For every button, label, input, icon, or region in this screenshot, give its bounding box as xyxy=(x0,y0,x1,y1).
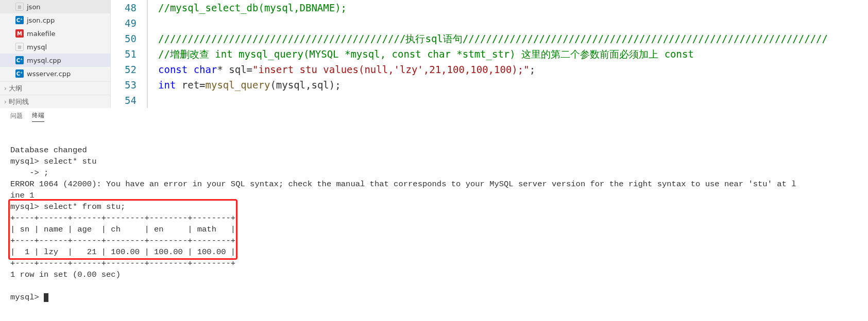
file-label: wsserver.cpp xyxy=(27,70,71,78)
code-token: char xyxy=(188,64,217,75)
code-token: "insert stu values(null,'lzy',21,100,100… xyxy=(252,64,530,75)
make-file-icon: M xyxy=(15,29,24,38)
json-file-icon: ≡ xyxy=(15,3,24,11)
tab-problems[interactable]: 问题 xyxy=(10,112,23,122)
timeline-label: 时间线 xyxy=(9,97,29,106)
terminal-line: | sn | name | age | ch | en | math | xyxy=(10,225,235,234)
terminal[interactable]: Database changed mysql> select* stu -> ;… xyxy=(0,125,868,321)
code-content[interactable]: //mysql_select_db(mysql,DBNAME); ///////… xyxy=(147,0,868,108)
file-item-json-cpp[interactable]: C⁺json.cpp xyxy=(0,13,110,27)
code-token: //mysql_select_db(mysql,DBNAME); xyxy=(158,2,347,13)
file-label: mysql xyxy=(27,43,47,51)
code-token: (mysql,sql); xyxy=(270,79,341,91)
terminal-cursor xyxy=(44,293,48,302)
terminal-line: Database changed xyxy=(10,146,87,155)
code-token: mysql_query xyxy=(206,79,270,91)
chevron-right-icon: › xyxy=(4,85,7,92)
cpp-file-icon: C⁺ xyxy=(15,16,24,24)
line-number: 53 xyxy=(111,77,137,93)
code-editor[interactable]: 48495051525354 //mysql_select_db(mysql,D… xyxy=(111,0,868,108)
line-number: 51 xyxy=(111,46,137,62)
file-item-mysql-cpp[interactable]: C⁺mysql.cpp xyxy=(0,53,110,67)
panel-tabs: 问题 终端 xyxy=(0,108,868,125)
code-token: const xyxy=(158,64,188,75)
file-label: json.cpp xyxy=(27,16,55,24)
code-token: //增删改查 int mysql_query(MYSQL *mysql, con… xyxy=(158,48,694,60)
cpp-file-icon: C⁺ xyxy=(15,56,24,64)
terminal-line: mysql> select* from stu; xyxy=(10,202,125,211)
terminal-line: | 1 | lzy | 21 | 100.00 | 100.00 | 100.0… xyxy=(10,247,235,257)
editor-area: ≡jsonC⁺json.cppMmakefile≡mysqlC⁺mysql.cp… xyxy=(0,0,868,108)
file-label: json xyxy=(27,3,41,11)
code-token: ; xyxy=(530,64,535,75)
terminal-line: +----+------+------+--------+--------+--… xyxy=(10,259,235,268)
sidebar: ≡jsonC⁺json.cppMmakefile≡mysqlC⁺mysql.cp… xyxy=(0,0,111,108)
chevron-right-icon: › xyxy=(4,98,7,105)
file-list: ≡jsonC⁺json.cppMmakefile≡mysqlC⁺mysql.cp… xyxy=(0,0,110,81)
terminal-line: -> ; xyxy=(10,168,48,177)
file-item-makefile[interactable]: Mmakefile xyxy=(0,27,110,40)
code-token: * sql= xyxy=(217,64,252,75)
file-item-mysql[interactable]: ≡mysql xyxy=(0,40,110,53)
terminal-line: mysql> select* stu xyxy=(10,157,96,166)
line-gutter: 48495051525354 xyxy=(111,0,147,108)
file-item-wsserver-cpp[interactable]: C⁺wsserver.cpp xyxy=(0,67,110,80)
file-item-json[interactable]: ≡json xyxy=(0,0,110,13)
cpp-file-icon: C⁺ xyxy=(15,69,24,78)
line-number: 49 xyxy=(111,15,137,31)
file-label: mysql.cpp xyxy=(27,57,61,64)
timeline-section[interactable]: › 时间线 xyxy=(0,95,110,108)
mysql-file-icon: ≡ xyxy=(15,43,24,51)
terminal-line: ERROR 1064 (42000): You have an error in… xyxy=(10,180,796,189)
code-token: ret= xyxy=(176,79,205,91)
terminal-prompt: mysql> xyxy=(10,293,44,302)
terminal-line: 1 row in set (0.00 sec) xyxy=(10,270,121,279)
terminal-line: +----+------+------+--------+--------+--… xyxy=(10,213,235,223)
outline-label: 大纲 xyxy=(9,84,22,93)
code-token: ////////////////////////////////////////… xyxy=(158,33,828,44)
file-label: makefile xyxy=(27,30,56,38)
terminal-line: +----+------+------+--------+--------+--… xyxy=(10,236,235,245)
outline-section[interactable]: › 大纲 xyxy=(0,81,110,95)
line-number: 48 xyxy=(111,0,137,15)
line-number: 54 xyxy=(111,93,137,108)
tab-terminal[interactable]: 终端 xyxy=(32,111,44,122)
terminal-line: ine 1 xyxy=(10,191,35,200)
code-token: int xyxy=(158,79,176,91)
line-number: 50 xyxy=(111,31,137,46)
line-number: 52 xyxy=(111,62,137,77)
